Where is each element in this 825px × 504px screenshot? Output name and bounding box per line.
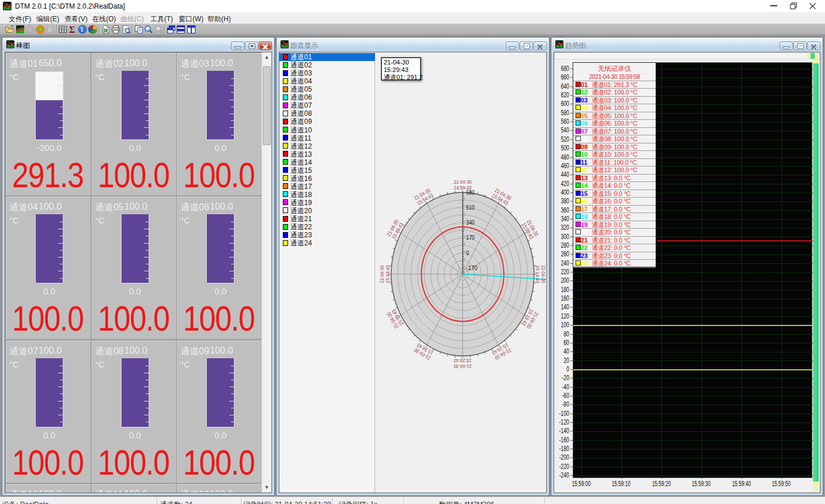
- svg-text:i: i: [81, 26, 83, 33]
- svg-text:14:59:43: 14:59:43: [454, 184, 472, 191]
- svg-text:15:14:43: 15:14:43: [535, 266, 541, 283]
- svg-text:15:29:43: 15:29:43: [454, 358, 472, 364]
- svg-text:170: 170: [466, 234, 475, 241]
- svg-text:340: 340: [466, 219, 475, 226]
- svg-text:15:44:43: 15:44:43: [384, 266, 391, 283]
- svg-text:Σ: Σ: [69, 25, 75, 34]
- svg-text:510: 510: [466, 204, 475, 211]
- svg-text:0: 0: [466, 249, 469, 256]
- svg-text:-170: -170: [466, 264, 478, 271]
